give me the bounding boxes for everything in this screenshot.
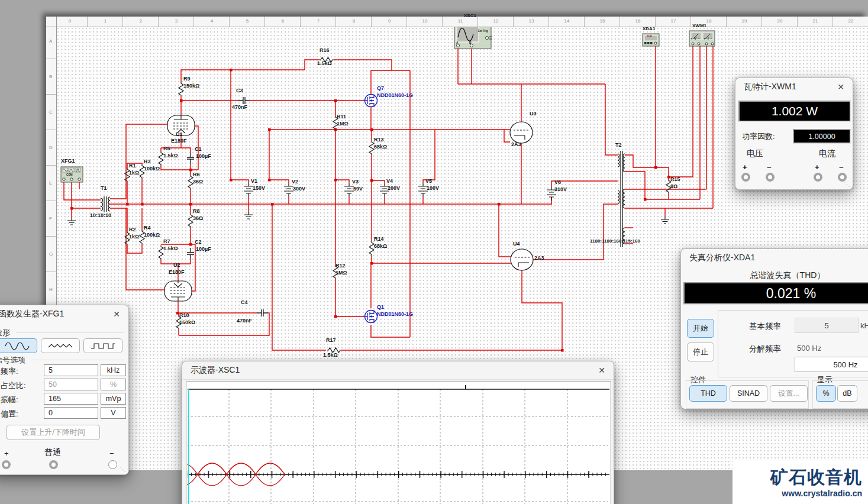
square-wave-icon [90,342,116,350]
ruler-letter: B [49,74,52,79]
circuit-wires [64,45,713,350]
ruler-number: 2 [140,18,142,24]
ruler-number: 12 [493,18,499,24]
start-button[interactable]: 开始 [687,319,714,338]
duty-cycle-input: 50 [44,379,98,390]
voltage-label: 电压 [747,148,763,159]
ruler-top: 012345678910111213141516171819202122 [46,17,868,27]
ruler-number: 22 [848,18,854,24]
ruler-number: 21 [813,18,818,24]
ruler-corner [46,17,57,27]
ruler-letter: A [49,38,52,44]
triangle-wave-button[interactable] [41,338,80,353]
transformer-t1 [101,196,110,212]
ruler-number: 10 [422,18,428,24]
wire-junctions [70,69,670,352]
common-terminal-radio[interactable] [49,460,58,469]
frequency-label: 频率: [1,366,18,377]
function-generator-title: 函数发生器-XFG1 [0,309,64,319]
fundamental-frequency-input[interactable]: 5 [795,318,859,333]
thd-caption: 总谐波失真（THD） [681,270,868,281]
resize-grip[interactable]: ⋱ [120,466,126,473]
resize-grip[interactable]: ⋱ [844,180,850,188]
offset-unit[interactable]: V [101,407,126,419]
ruler-letter: E [49,180,52,186]
function-generator-dialog[interactable]: 函数发生器-XFG1 ✕ 波形 信号选项 频率: 5 kHz 占空比: 50 %… [0,305,129,475]
ruler-letter: F [49,216,52,221]
ruler-number: 1 [104,18,107,24]
watermark: 矿石收音机 www.crystalradio.cn [733,461,868,504]
power-factor-label: 功率因数: [742,131,775,142]
transformer-t2 [618,151,625,247]
voltage-minus-label: − [767,163,772,172]
fundamental-frequency-label: 基本频率 [749,321,781,332]
voltage-plus-terminal[interactable] [741,173,750,182]
ruler-number: 7 [317,18,320,24]
function-generator-titlebar[interactable]: 函数发生器-XFG1 ✕ [0,305,128,323]
ruler-number: 19 [742,18,747,24]
fundamental-frequency-unit: kHz [860,321,868,330]
ruler-number: 3 [175,18,178,24]
resolution-frequency-value[interactable]: 500 Hz [797,344,821,353]
rise-fall-time-button[interactable]: 设置上升/下降时间 [7,425,100,440]
ruler-letter: G [49,251,53,257]
ruler-number: 9 [388,18,391,24]
close-icon[interactable]: ✕ [837,82,844,92]
distortion-analyzer-dialog[interactable]: 失真分析仪-XDA1 总谐波失真（THD） 0.021 % 开始 停止 基本频率… [680,248,868,409]
resolution-frequency-label: 分解频率 [749,344,781,354]
square-wave-button[interactable] [83,338,122,353]
stop-button[interactable]: 停止 [687,343,714,361]
current-label: 电流 [819,148,835,159]
ruler-number: 20 [777,18,783,24]
wattmeter-dialog[interactable]: 瓦特计-XWM1 ✕ 1.002 W 功率因数: 1.00000 电压 电流 +… [735,77,853,190]
amplitude-input[interactable]: 165 [44,393,98,405]
sinad-mode-button[interactable]: SINAD [730,385,767,402]
minus-terminal-radio[interactable] [108,460,117,469]
xda1-icon [643,34,659,46]
distortion-analyzer-titlebar[interactable]: 失真分析仪-XDA1 [681,249,868,267]
oscilloscope-dialog[interactable]: 示波器-XSC1 ✕ [182,361,614,504]
offset-input[interactable]: 0 [44,407,98,419]
plus-terminal-radio[interactable] [2,460,11,469]
amplitude-label: 振幅: [1,395,18,405]
ruler-number: 4 [211,18,213,24]
ruler-number: 11 [458,18,463,24]
current-plus-terminal[interactable] [814,173,822,182]
duty-cycle-unit: % [101,379,126,390]
thd-mode-button[interactable]: THD [689,385,727,402]
voltage-minus-terminal[interactable] [766,173,775,182]
voltage-plus-label: + [743,163,747,172]
common-terminal-label: 普通 [44,447,61,458]
offset-label: 偏置: [1,409,18,419]
oscilloscope-dialog-titlebar[interactable]: 示波器-XSC1 ✕ [182,361,614,380]
ruler-number: 16 [635,18,641,24]
xsc1-icon [454,24,492,49]
percent-display-button[interactable]: % [816,385,836,402]
resolution-frequency-option[interactable]: 500 Hz [795,357,868,372]
duty-cycle-label: 占空比: [1,380,26,391]
ruler-number: 15 [600,18,605,24]
thd-reading-display: 0.021 % [683,282,868,305]
ruler-number: 14 [564,18,570,24]
watermark-title: 矿石收音机 [770,469,862,486]
minus-terminal-label: − [109,449,114,458]
ruler-number: 8 [353,18,355,24]
wattmeter-titlebar[interactable]: 瓦特计-XWM1 ✕ [735,78,853,96]
close-icon[interactable]: ✕ [598,366,605,375]
triangle-wave-icon [47,342,73,350]
watermark-url: www.crystalradio.cn [782,489,862,497]
frequency-input[interactable]: 5 [44,364,98,376]
settings-button[interactable]: 设置... [770,385,808,402]
wattmeter-title: 瓦特计-XWM1 [744,82,796,92]
close-icon[interactable]: ✕ [113,309,120,319]
amplitude-unit[interactable]: mVp [101,393,126,405]
sine-wave-button[interactable] [0,338,37,353]
ruler-number: 0 [69,18,71,24]
ruler-number: 13 [529,18,534,24]
current-plus-label: + [815,163,819,172]
current-minus-label: − [839,163,844,172]
frequency-unit[interactable]: kHz [101,364,126,376]
oscilloscope-dialog-title: 示波器-XSC1 [191,365,240,376]
db-display-button[interactable]: dB [837,385,857,402]
power-reading-display: 1.002 W [738,101,851,122]
